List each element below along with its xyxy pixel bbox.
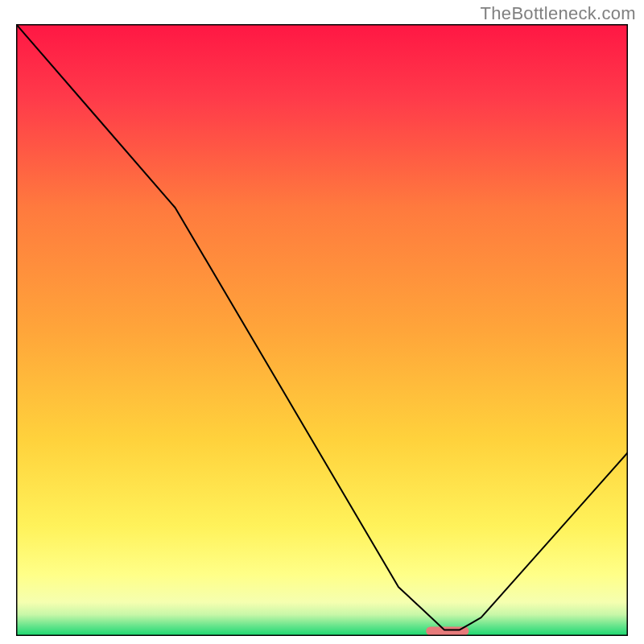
plot-area <box>16 24 628 636</box>
attribution-text: TheBottleneck.com <box>481 3 636 24</box>
gradient-background <box>16 24 628 636</box>
bottleneck-chart <box>16 24 628 636</box>
chart-stage: TheBottleneck.com <box>0 0 644 644</box>
